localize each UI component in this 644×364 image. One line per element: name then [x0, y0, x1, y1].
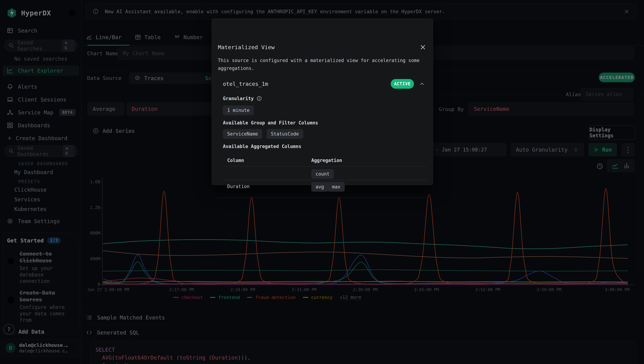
close-icon[interactable] — [419, 44, 426, 51]
table-header-column: Column — [227, 158, 244, 163]
granularity-label: Granularity — [223, 96, 254, 101]
group-filter-section: Available Group and Filter Columns — [223, 120, 318, 126]
group-filter-label: Available Group and Filter Columns — [223, 120, 318, 126]
group-filter-chips: ServiceName StatusCode — [223, 129, 303, 139]
status-badge: ACTIVE — [391, 79, 414, 89]
modal-description: This source is configured with a materia… — [218, 56, 424, 72]
granularity-section: Granularity — [223, 96, 262, 101]
granularity-chip: 1 minute — [223, 106, 254, 115]
chevron-up-icon[interactable] — [419, 81, 425, 87]
aggregation-chip: count — [311, 169, 334, 179]
table-divider — [223, 180, 427, 180]
aggregated-section: Available Aggregated Columns — [223, 144, 301, 149]
table-divider — [223, 166, 427, 166]
column-chip: ServiceName — [223, 129, 262, 139]
column-chip: StatusCode — [267, 129, 303, 139]
info-icon[interactable] — [257, 96, 262, 101]
materialized-view-modal: Materialized View This source is configu… — [212, 18, 433, 185]
aggregated-label: Available Aggregated Columns — [223, 144, 301, 149]
table-cell-column: Duration — [227, 184, 250, 189]
modal-title: Materialized View — [218, 44, 275, 50]
materialized-view-name: otel_traces_1m — [223, 81, 268, 87]
aggregation-chip: max — [328, 182, 345, 192]
aggregation-chip: avg — [311, 182, 328, 192]
table-header-aggregation: Aggregation — [311, 158, 342, 163]
